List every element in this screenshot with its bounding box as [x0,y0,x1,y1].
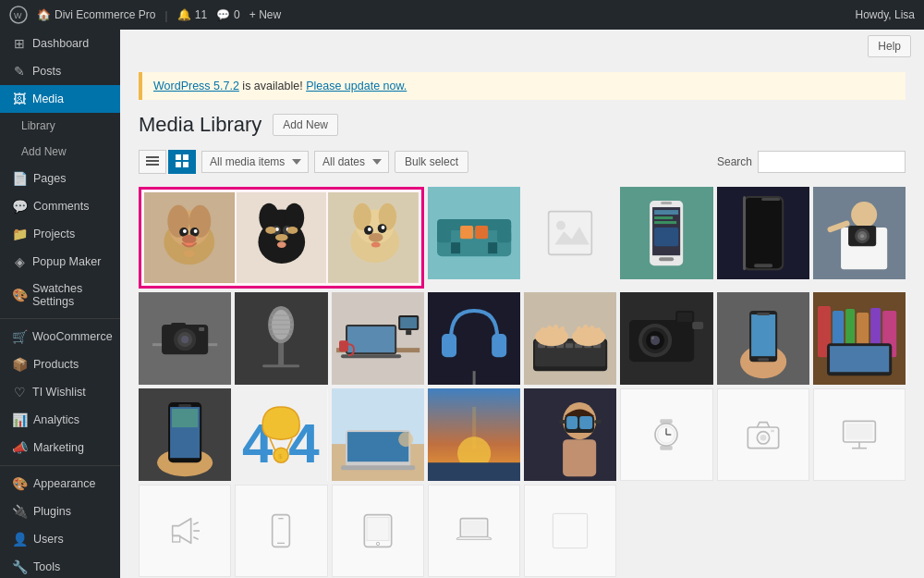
help-bar: Help [120,30,924,57]
svg-rect-126 [577,326,581,338]
new-item[interactable]: + New [249,8,281,21]
sidebar: ⊞ Dashboard ✎ Posts 🖼 Media Library Add … [0,30,120,578]
sidebar-item-analytics[interactable]: 📊 Analytics [0,406,120,434]
sidebar-label-library: Library [21,119,55,132]
sidebar-item-products[interactable]: 📦 Products [0,350,120,378]
site-name-item[interactable]: 🏠 Divi Ecommerce Pro [37,8,155,21]
phone-dark-thumbnail [717,187,809,279]
tools-icon: 🔧 [12,560,28,574]
dog3-thumbnail [328,192,419,283]
add-new-button[interactable]: Add New [273,114,338,136]
sidebar-item-add-new[interactable]: Add New [0,139,120,165]
marketing-icon: 📣 [12,440,28,455]
sidebar-item-library[interactable]: Library [0,113,120,139]
comment-icon: 💬 [216,8,230,21]
media-item-camera-table[interactable] [139,292,231,385]
svg-rect-60 [654,210,678,215]
photographer-thumbnail [813,187,906,279]
svg-rect-127 [583,325,588,338]
svg-point-84 [181,336,188,343]
media-item-laptop-desk[interactable] [332,292,424,385]
camera-icon [745,416,782,453]
content-inner: WordPress 5.7.2 is available! Please upd… [120,57,924,578]
sidebar-item-marketing[interactable]: 📣 Marketing [0,434,120,461]
media-type-filter[interactable]: All media items [201,151,309,173]
media-item-photographer[interactable] [813,187,906,279]
media-item-laptop-icon-cell[interactable] [428,485,520,577]
sidebar-item-users[interactable]: 👤 Users [0,525,120,553]
search-input[interactable] [758,151,906,173]
media-item-tablet-icon-cell[interactable] [332,485,424,577]
media-item-phone-hand[interactable] [717,292,809,385]
comments-count: 0 [234,8,240,21]
media-item-parachute-coin[interactable]: 4 4 $ [235,388,327,481]
svg-point-17 [194,229,198,233]
sidebar-item-appearance[interactable]: 🎨 Appearance [0,470,120,498]
wp-logo-item[interactable]: W [9,6,28,24]
sidebar-item-woocommerce[interactable]: 🛒 WooCommerce [0,323,120,350]
svg-rect-103 [400,317,417,328]
list-view-button[interactable] [139,150,166,174]
media-item-camera-icon-cell[interactable] [717,388,809,481]
svg-rect-49 [451,242,460,253]
media-item-microphone[interactable] [235,292,327,385]
svg-rect-161 [172,409,198,427]
svg-rect-104 [406,330,411,335]
media-item-sofa[interactable] [428,187,520,279]
media-item-monitor-icon-cell[interactable] [813,388,906,481]
notifications-item[interactable]: 🔔 11 [177,8,207,21]
media-item-headphones[interactable] [428,292,520,385]
wp-version-link[interactable]: WordPress 5.7.2 [153,80,239,92]
sidebar-item-posts[interactable]: ✎ Posts [0,57,120,85]
media-item-dog3[interactable] [328,192,419,283]
sidebar-item-ti-wishlist[interactable]: ♡ TI Wishlist [0,378,120,406]
media-item-typing[interactable] [524,292,616,385]
svg-point-54 [556,221,565,230]
sidebar-item-tools[interactable]: 🔧 Tools [0,553,120,578]
sidebar-item-popup-maker[interactable]: ◈ Popup Maker [0,248,120,276]
media-item-vr[interactable] [524,388,616,481]
list-view-icon [146,154,159,167]
grid-view-button[interactable] [168,150,196,174]
svg-rect-186 [563,439,596,476]
bulk-select-button[interactable]: Bulk select [395,151,468,173]
media-item-megaphone-icon-cell[interactable] [139,485,231,577]
svg-rect-108 [492,334,506,357]
sidebar-item-dashboard[interactable]: ⊞ Dashboard [0,30,120,57]
media-item-phone-green[interactable] [620,187,712,279]
svg-rect-143 [751,314,775,356]
svg-rect-176 [472,407,476,449]
help-button[interactable]: Help [868,35,911,57]
sidebar-item-plugins[interactable]: 🔌 Plugins [0,498,120,525]
sidebar-item-comments[interactable]: 💬 Comments [0,192,120,220]
media-item-extra-icon-cell[interactable] [524,485,616,577]
update-link[interactable]: Please update now. [306,80,407,92]
media-item-dog2[interactable] [237,192,327,283]
svg-rect-213 [553,514,587,548]
media-item-placeholder[interactable] [524,187,616,279]
svg-point-137 [650,336,654,339]
media-item-laptop-outdoor[interactable] [332,388,424,481]
media-item-phone-dark[interactable] [717,187,809,279]
sidebar-item-pages[interactable]: 📄 Pages [0,165,120,192]
sidebar-label-products: Products [33,358,79,371]
media-item-mobile-icon-cell[interactable] [235,485,327,577]
svg-rect-144 [757,313,770,315]
media-item-pro-camera[interactable] [620,292,712,385]
media-item-phone-hand2[interactable] [139,388,231,481]
comments-item[interactable]: 💬 0 [216,8,240,21]
media-item-laptop-books[interactable] [813,292,906,385]
sidebar-item-media[interactable]: 🖼 Media [0,85,120,113]
svg-rect-145 [758,358,769,361]
media-item-watch-icon[interactable] [620,388,712,481]
sidebar-item-swatches-settings[interactable]: 🎨 Swatches Settings [0,276,120,314]
svg-rect-200 [845,424,872,439]
svg-rect-184 [559,420,566,424]
media-item-dog1[interactable] [144,192,235,283]
site-name: Divi Ecommerce Pro [55,8,155,21]
svg-rect-107 [442,334,456,357]
date-filter[interactable]: All dates [314,151,389,173]
sidebar-label-pages: Pages [33,172,66,185]
sidebar-item-projects[interactable]: 📁 Projects [0,220,120,248]
media-item-sunset[interactable] [428,388,520,481]
